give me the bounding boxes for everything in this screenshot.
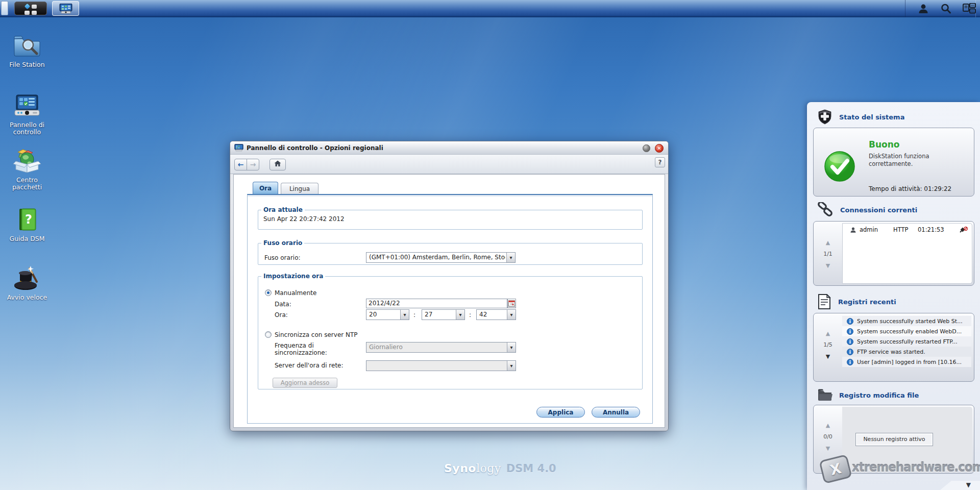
taskbar <box>0 0 980 17</box>
chevron-down-icon[interactable]: ▾ <box>400 310 409 320</box>
page-down-icon[interactable]: ▼ <box>814 262 842 269</box>
tab-ora[interactable]: Ora <box>253 182 278 194</box>
main-menu-button[interactable] <box>14 2 47 15</box>
window-title-icon <box>234 144 243 152</box>
desktop-icon-package-center[interactable]: Centro pacchetti <box>4 148 50 191</box>
system-status-header: Stato del sistema <box>817 109 904 125</box>
control-panel-window: Pannello di controllo - Opzioni regional… <box>230 141 669 431</box>
desktop-icon-control-panel[interactable]: Pannello di controllo <box>4 93 50 136</box>
server-label: Server dell'ora di rete: <box>275 362 344 369</box>
recent-logs-panel: ▲ 1/5 ▼ System successfully started Web … <box>813 313 974 382</box>
search-icon[interactable] <box>940 3 951 14</box>
main-menu-square-icon <box>24 11 30 15</box>
show-desktop-button[interactable] <box>1 1 8 15</box>
page-down-icon[interactable]: ▼ <box>814 445 842 452</box>
date-label: Data: <box>275 301 291 308</box>
user-icon <box>850 227 856 233</box>
window-toolbar: ← → <box>230 155 668 174</box>
second-select[interactable]: 42 ▾ <box>476 309 516 320</box>
svg-text:?: ? <box>25 212 32 227</box>
page-up-icon[interactable]: ▲ <box>814 422 842 429</box>
synology-dsm-logo: Synology DSM 4.0 <box>444 462 556 475</box>
no-active-log-button[interactable]: Nessun registro attivo <box>855 433 933 446</box>
log-row[interactable]: System successfully enabled WebD... <box>842 326 971 336</box>
system-status-panel: Buono DiskStation funziona correttamente… <box>813 128 974 197</box>
page-up-icon[interactable]: ▲ <box>814 239 842 246</box>
desktop-icon-quick-start[interactable]: Avvio veloce <box>4 265 50 301</box>
forward-button[interactable]: → <box>247 159 259 170</box>
window-title: Pannello di controllo - Opzioni regional… <box>247 144 383 152</box>
freq-select: Giornaliero ▾ <box>366 342 516 353</box>
user-icon[interactable] <box>918 3 929 14</box>
status-value: Buono <box>869 139 900 150</box>
info-icon <box>847 359 853 365</box>
minute-select[interactable]: 27 ▾ <box>422 309 465 320</box>
log-text: System successfully started Web St... <box>857 318 963 325</box>
desktop-icon-label: File Station <box>4 61 50 68</box>
info-icon <box>847 328 853 335</box>
manual-label[interactable]: Manualmente <box>275 289 316 297</box>
window-titlebar[interactable]: Pannello di controllo - Opzioni regional… <box>230 141 668 155</box>
home-icon <box>274 160 281 167</box>
tab-lingua[interactable]: Lingua <box>281 183 318 194</box>
chevron-down-icon[interactable]: ▾ <box>507 310 516 320</box>
calendar-icon <box>508 300 515 307</box>
page-up-icon[interactable]: ▲ <box>814 330 842 337</box>
desktop-icon-label: Guida DSM <box>4 235 50 242</box>
widget-sidebar: Stato del sistema Buono DiskStation funz… <box>807 102 980 490</box>
brand-text: Synology <box>444 462 501 475</box>
minimize-ball-button[interactable] <box>643 144 650 152</box>
date-input[interactable]: 2012/4/22 <box>366 299 507 308</box>
close-button[interactable]: ✕ <box>655 144 664 153</box>
info-icon <box>847 338 853 345</box>
magic-hat-wand-icon <box>4 265 50 291</box>
chevron-down-icon: ▾ <box>507 342 516 352</box>
timezone-select[interactable]: (GMT+01:00) Amsterdam, Berlin, Rome, Sto… <box>366 252 516 263</box>
log-row[interactable]: FTP service was started. <box>842 347 971 357</box>
chevron-down-icon[interactable]: ▾ <box>506 253 515 262</box>
pilot-view-icon[interactable] <box>963 3 976 14</box>
page-down-icon[interactable]: ▼ <box>814 353 842 360</box>
window-body: Ora Lingua Ora attuale Sun Apr 22 20:27:… <box>233 174 665 428</box>
log-text: System successfully restarted FTP... <box>857 338 958 345</box>
uptime-text: Tempo di attività: 01:29:22 <box>869 185 951 192</box>
logs-list: System successfully started Web St... Sy… <box>842 316 971 367</box>
desktop-icon-dsm-help[interactable]: ? Guida DSM <box>4 207 50 242</box>
cancel-button[interactable]: Annulla <box>592 407 640 418</box>
version-text: DSM 4.0 <box>506 462 556 475</box>
ntp-radio[interactable] <box>265 331 272 338</box>
taskbar-item-control-panel[interactable] <box>52 1 79 16</box>
home-button[interactable] <box>270 159 286 170</box>
time-separator: : <box>413 311 415 318</box>
logs-pager: ▲ 1/5 ▼ <box>814 313 842 381</box>
connection-row[interactable]: admin HTTP 01:21:53 <box>843 224 972 236</box>
main-menu-square-icon <box>32 5 37 9</box>
widget-title: Connessioni correnti <box>840 206 917 214</box>
shield-cross-icon <box>817 109 832 125</box>
log-row[interactable]: System successfully restarted FTP... <box>842 336 971 347</box>
recent-logs-header: Registri recenti <box>817 294 896 309</box>
sidebar-collapse-tab[interactable]: ▼ <box>940 481 980 490</box>
chevron-down-icon[interactable]: ▾ <box>456 310 464 320</box>
ntp-label[interactable]: Sincronizza con server NTP <box>275 331 358 338</box>
second-value: 42 <box>479 311 506 318</box>
calendar-button[interactable] <box>507 299 516 308</box>
back-button[interactable]: ← <box>234 159 247 170</box>
log-row[interactable]: System successfully started Web St... <box>842 316 971 326</box>
disconnect-icon[interactable] <box>960 227 968 233</box>
connections-pager: ▲ 1/1 ▼ <box>814 222 842 285</box>
apply-button[interactable]: Applica <box>536 407 585 418</box>
folder-search-icon <box>4 33 50 58</box>
manual-radio[interactable] <box>265 289 272 296</box>
time-setting-legend: Impostazione ora <box>261 273 325 280</box>
hour-select[interactable]: 20 ▾ <box>366 309 409 320</box>
tab-panel-ora: Ora attuale Sun Apr 22 20:27:42 2012 Fus… <box>247 194 653 424</box>
log-text: System successfully enabled WebD... <box>857 328 962 335</box>
desktop-icon-file-station[interactable]: File Station <box>4 33 50 68</box>
green-check-icon <box>824 151 855 182</box>
log-row[interactable]: User [admin] logged in from [10.16... <box>842 357 971 367</box>
taskbar-right-tray <box>905 0 976 17</box>
timezone-legend: Fuso orario <box>261 239 304 247</box>
control-panel-mini-icon <box>59 4 72 14</box>
help-button[interactable]: ? <box>655 157 665 167</box>
